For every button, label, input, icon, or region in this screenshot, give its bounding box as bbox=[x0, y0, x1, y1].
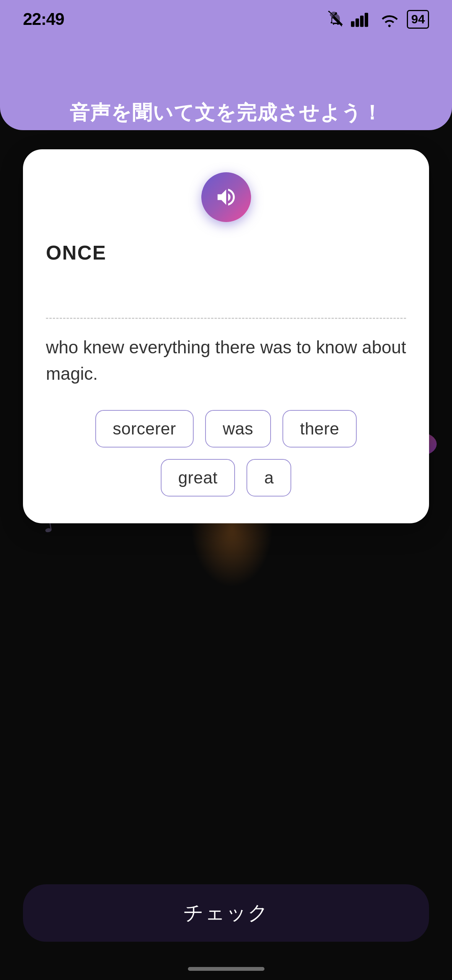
word-choice-there[interactable]: there bbox=[282, 410, 357, 448]
answer-blank-area bbox=[46, 276, 406, 306]
status-time: 22:49 bbox=[23, 10, 64, 29]
audio-play-button[interactable] bbox=[201, 172, 251, 222]
word-choices-container: sorcerer was there great a bbox=[46, 410, 406, 497]
wifi-icon bbox=[379, 11, 400, 28]
svg-rect-2 bbox=[360, 16, 364, 27]
svg-rect-0 bbox=[351, 21, 354, 27]
bottom-area: チェック bbox=[23, 884, 429, 942]
word-choice-was[interactable]: was bbox=[205, 410, 271, 448]
signal-icon bbox=[351, 11, 372, 28]
bell-muted-icon bbox=[327, 11, 344, 28]
home-indicator bbox=[188, 967, 264, 971]
partial-sentence-start: ONCE bbox=[46, 241, 406, 264]
battery-indicator: 94 bbox=[407, 10, 429, 29]
status-bar: 22:49 94 bbox=[0, 0, 452, 38]
sentence-continuation: who knew everything there was to know ab… bbox=[46, 334, 406, 387]
svg-rect-1 bbox=[356, 18, 359, 27]
main-card: ONCE who knew everything there was to kn… bbox=[23, 149, 429, 523]
word-choice-great[interactable]: great bbox=[161, 459, 235, 497]
word-choice-sorcerer[interactable]: sorcerer bbox=[95, 410, 194, 448]
check-button[interactable]: チェック bbox=[23, 884, 429, 942]
status-icons: 94 bbox=[327, 10, 429, 29]
speaker-icon bbox=[215, 186, 238, 209]
word-choice-a[interactable]: a bbox=[246, 459, 291, 497]
word-row-1: sorcerer was there bbox=[95, 410, 357, 448]
section-divider bbox=[46, 318, 406, 319]
audio-btn-wrapper bbox=[46, 172, 406, 222]
word-row-2: great a bbox=[161, 459, 292, 497]
svg-rect-3 bbox=[365, 13, 368, 27]
